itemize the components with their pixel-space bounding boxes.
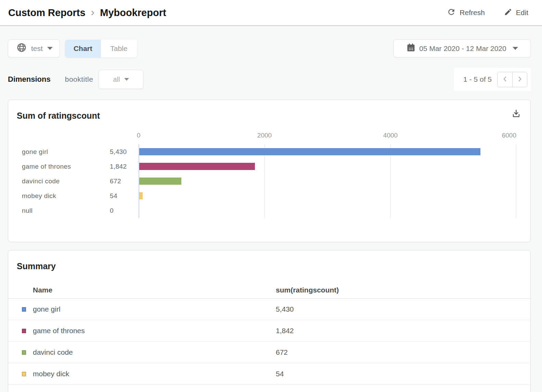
refresh-label: Refresh — [460, 9, 485, 17]
x-tick-label: 4000 — [383, 132, 398, 139]
value-labels: 5,4301,842672540 — [110, 144, 139, 218]
series-color-swatch — [22, 350, 26, 355]
pagination: 1 - 5 of 5 — [454, 68, 531, 91]
x-axis: 0200040006000 — [22, 132, 516, 139]
series-name: game of thrones — [33, 327, 85, 335]
dimension-field-booktitle: booktitle — [65, 75, 93, 83]
refresh-icon — [447, 8, 456, 18]
refresh-button[interactable]: Refresh — [447, 8, 485, 18]
column-header-sum: sum(ratingscount) — [276, 286, 530, 294]
chevron-left-icon — [501, 75, 509, 84]
pagination-prev-button[interactable] — [498, 72, 512, 87]
category-value-label: 0 — [110, 203, 139, 218]
date-range-picker[interactable]: 05 Mar 2020 - 12 Mar 2020 — [393, 39, 531, 57]
bar[interactable] — [139, 192, 143, 199]
x-tick-label: 2000 — [257, 132, 272, 139]
category-value-label: 5,430 — [110, 144, 139, 159]
table-cell-value: 54 — [276, 370, 530, 378]
chart-card: Sum of ratingscount 0200040006000 gone g… — [8, 100, 531, 242]
category-value-label: 1,842 — [110, 159, 139, 174]
date-range-label: 05 Mar 2020 - 12 Mar 2020 — [419, 44, 506, 53]
dimensions-row: Dimensions booktitle all 1 - 5 of 5 — [8, 68, 531, 91]
plot-area — [139, 144, 516, 218]
bar-chart: 0200040006000 gone girlgame of thronesda… — [8, 132, 530, 218]
series-name: gone girl — [33, 305, 61, 313]
category-labels: gone girlgame of thronesdavinci codemobe… — [22, 144, 110, 218]
bar[interactable] — [139, 163, 255, 170]
category-label: game of thrones — [22, 159, 110, 174]
summary-title: Summary — [17, 261, 530, 271]
pagination-buttons — [497, 72, 527, 87]
bar[interactable] — [139, 178, 181, 185]
x-tick-label: 0 — [137, 132, 141, 139]
category-value-label: 54 — [110, 188, 139, 203]
series-color-swatch — [22, 372, 26, 376]
caret-down-icon — [47, 47, 53, 50]
dimension-filter-dropdown[interactable]: all — [99, 70, 143, 89]
table-row: game of thrones1,842 — [8, 320, 530, 342]
table-row: gone girl5,430 — [8, 299, 530, 320]
category-label: davinci code — [22, 174, 110, 188]
category-label: gone girl — [22, 144, 110, 159]
download-button[interactable] — [512, 109, 521, 119]
table-cell-name: mobey dick — [8, 370, 276, 378]
calendar-icon — [406, 43, 416, 54]
category-label: null — [22, 203, 110, 218]
dimensions-label: Dimensions — [8, 75, 51, 84]
view-tabs: Chart Table — [65, 40, 137, 57]
toolbar-row: test Chart Table 05 Mar 2020 - 12 Mar 20… — [8, 39, 531, 57]
summary-table-header: Name sum(ratingscount) — [8, 282, 530, 299]
header-actions: Refresh Edit — [447, 8, 528, 18]
column-header-name: Name — [8, 286, 276, 294]
gridline — [390, 144, 391, 218]
table-cell-value: 1,842 — [276, 327, 530, 335]
tab-chart[interactable]: Chart — [65, 40, 101, 57]
edit-label: Edit — [516, 9, 528, 17]
table-cell-value: 672 — [276, 348, 530, 356]
table-row: davinci code672 — [8, 342, 530, 363]
download-icon — [512, 114, 521, 119]
table-cell-name: game of thrones — [8, 327, 276, 335]
page-header: Custom Reports › Mybookreport Refresh Ed… — [0, 0, 542, 26]
x-tick-label: 6000 — [502, 132, 516, 139]
breadcrumb-custom-reports[interactable]: Custom Reports — [8, 7, 86, 18]
series-name: davinci code — [33, 348, 73, 356]
table-cell-name: gone girl — [8, 305, 276, 313]
breadcrumb-current-report: Mybookreport — [100, 7, 166, 18]
caret-down-icon — [513, 47, 518, 50]
bar[interactable] — [139, 148, 480, 155]
scope-label: test — [31, 44, 43, 53]
chevron-right-icon — [516, 75, 524, 84]
x-axis-ticks: 0200040006000 — [139, 132, 516, 139]
chart-title: Sum of ratingscount — [17, 111, 530, 121]
table-cell-name: davinci code — [8, 348, 276, 356]
gridline — [264, 144, 265, 218]
summary-card: Summary Name sum(ratingscount) gone girl… — [8, 250, 531, 392]
report-content: test Chart Table 05 Mar 2020 - 12 Mar 20… — [0, 39, 542, 392]
pagination-range-text: 1 - 5 of 5 — [463, 75, 492, 83]
category-label: mobey dick — [22, 188, 110, 203]
series-color-swatch — [22, 329, 26, 333]
dimension-filter-value: all — [113, 76, 120, 83]
series-name: mobey dick — [33, 370, 69, 378]
summary-table-body: gone girl5,430game of thrones1,842davinc… — [8, 299, 530, 385]
scope-dropdown[interactable]: test — [8, 39, 60, 57]
chevron-right-icon: › — [91, 6, 95, 18]
caret-down-icon — [124, 78, 129, 81]
category-value-label: 672 — [110, 174, 139, 188]
table-row: mobey dick54 — [8, 363, 530, 385]
pencil-icon — [504, 8, 512, 18]
tab-table[interactable]: Table — [101, 40, 137, 57]
pagination-next-button[interactable] — [512, 72, 527, 87]
globe-icon — [16, 42, 27, 54]
series-color-swatch — [22, 307, 26, 312]
gridline — [516, 144, 516, 218]
table-cell-value: 5,430 — [276, 305, 530, 313]
breadcrumb: Custom Reports › Mybookreport — [8, 6, 166, 19]
plot-area-wrap: gone girlgame of thronesdavinci codemobe… — [22, 144, 516, 218]
edit-button[interactable]: Edit — [504, 8, 528, 18]
